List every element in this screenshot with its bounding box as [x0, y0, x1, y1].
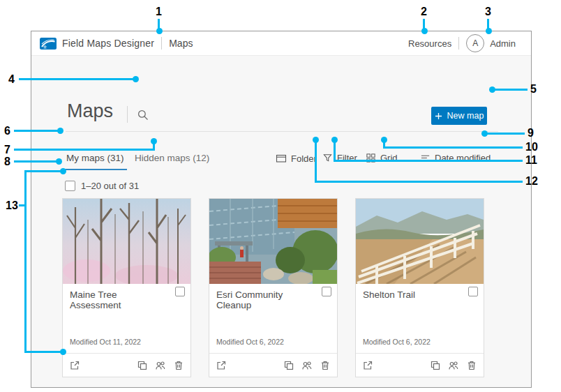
- resources-link[interactable]: Resources: [408, 38, 451, 49]
- callout-10: 10: [525, 141, 538, 153]
- filter-icon: [322, 153, 333, 163]
- map-card: Shelton Trail Modified Oct 6, 2022: [355, 198, 484, 377]
- selection-bar: 1–20 out of 31: [65, 181, 139, 191]
- callout-9-line: [487, 133, 525, 135]
- callout-3: 3: [485, 6, 491, 18]
- map-card: Esri Community Cleanup Modified Oct 6, 2…: [209, 198, 338, 377]
- duplicate-icon[interactable]: [137, 360, 148, 371]
- callout-11-line: [334, 160, 523, 162]
- open-map-icon[interactable]: [216, 360, 227, 371]
- callout-6-line: [14, 130, 59, 132]
- callout-5-line: [494, 89, 528, 91]
- delete-icon[interactable]: [320, 360, 331, 371]
- share-group-icon[interactable]: [155, 360, 166, 371]
- folder-label: Folder: [291, 153, 317, 164]
- heading-divider: [127, 106, 128, 123]
- callout-8: 8: [4, 156, 10, 168]
- callout-13-dot-top: [60, 168, 66, 174]
- callout-13-dot-bottom: [60, 349, 66, 355]
- folder-button[interactable]: Folder: [276, 153, 317, 164]
- share-group-icon[interactable]: [448, 360, 459, 371]
- card-modified-label: Modified Oct 6, 2022: [216, 338, 284, 346]
- callout-10-line: [383, 146, 523, 149]
- callout-4-line: [19, 78, 135, 80]
- card-checkbox[interactable]: [468, 287, 478, 296]
- callout-7-dot: [151, 138, 157, 144]
- delete-icon[interactable]: [466, 360, 477, 371]
- card-thumbnail-trees[interactable]: [63, 199, 190, 284]
- card-thumbnail-building[interactable]: [209, 199, 337, 284]
- callout-5: 5: [530, 83, 537, 96]
- card-title[interactable]: Maine Tree Assessment: [70, 289, 167, 310]
- card-title[interactable]: Shelton Trail: [363, 289, 461, 300]
- open-map-icon[interactable]: [362, 360, 373, 371]
- content-area: Maps New map My maps (31) Hidden maps (1…: [31, 56, 531, 387]
- search-icon[interactable]: [137, 109, 149, 121]
- card-footer: [356, 353, 484, 377]
- header-divider-2: [458, 37, 459, 50]
- avatar[interactable]: A: [466, 34, 484, 52]
- app-title: Field Maps Designer: [62, 38, 154, 49]
- callout-8-line: [14, 160, 57, 163]
- folder-icon: [276, 153, 287, 164]
- plus-icon: [435, 112, 442, 120]
- app-window: Field Maps Designer Maps Resources A Adm…: [31, 31, 532, 388]
- screenshot-canvas: Field Maps Designer Maps Resources A Adm…: [0, 0, 561, 392]
- card-footer: [209, 353, 337, 377]
- new-map-label: New map: [447, 111, 484, 121]
- title-rule: [66, 131, 498, 132]
- callout-4-dot: [133, 76, 139, 82]
- card-modified-label: Modified Oct 6, 2022: [363, 338, 431, 346]
- callout-1: 1: [156, 6, 162, 18]
- callout-11: 11: [525, 154, 537, 167]
- card-checkbox[interactable]: [175, 287, 185, 296]
- new-map-button[interactable]: New map: [431, 107, 487, 125]
- map-card: Maine Tree Assessment Modified Oct 11, 2…: [62, 198, 191, 377]
- page-title: Maps: [67, 100, 113, 122]
- esri-logo-icon: [40, 38, 57, 50]
- select-all-checkbox[interactable]: [65, 181, 75, 191]
- callout-12-line-v: [315, 142, 317, 183]
- card-title[interactable]: Esri Community Cleanup: [216, 289, 314, 310]
- callout-13-line-bottom: [24, 351, 61, 353]
- open-map-icon[interactable]: [69, 360, 80, 371]
- duplicate-icon[interactable]: [283, 360, 294, 371]
- callout-13-line-top: [24, 170, 61, 172]
- user-menu[interactable]: Admin: [490, 38, 516, 49]
- card-footer: [63, 353, 190, 377]
- delete-icon[interactable]: [173, 360, 184, 371]
- header-divider: [161, 37, 162, 50]
- callout-6-dot: [57, 128, 63, 134]
- callout-1-dot: [156, 28, 163, 34]
- callout-7: 7: [4, 144, 10, 156]
- callout-12-line: [315, 181, 523, 183]
- callout-12: 12: [525, 175, 538, 188]
- callout-7-line: [14, 149, 155, 151]
- selection-range-label: 1–20 out of 31: [81, 181, 139, 191]
- nav-maps[interactable]: Maps: [169, 38, 193, 49]
- callout-8-dot: [56, 158, 62, 165]
- callout-9: 9: [528, 127, 534, 140]
- card-thumbnail-trail[interactable]: [356, 199, 484, 284]
- callout-6: 6: [4, 125, 10, 137]
- card-checkbox[interactable]: [322, 287, 331, 296]
- callout-13-line-v: [24, 170, 27, 353]
- tab-hidden-maps[interactable]: Hidden maps (12): [135, 153, 209, 163]
- share-group-icon[interactable]: [301, 360, 313, 371]
- callout-2-dot: [421, 28, 428, 34]
- callout-13: 13: [6, 199, 18, 212]
- callout-2: 2: [421, 6, 427, 18]
- tab-my-maps[interactable]: My maps (31): [63, 153, 127, 170]
- app-header: Field Maps Designer Maps Resources A Adm…: [31, 31, 531, 56]
- callout-11-line-v: [334, 142, 336, 162]
- card-modified-label: Modified Oct 11, 2022: [70, 338, 141, 346]
- callout-4: 4: [8, 73, 15, 86]
- duplicate-icon[interactable]: [430, 360, 441, 371]
- callout-3-dot: [486, 28, 492, 34]
- header-right: Resources A Admin: [408, 34, 516, 52]
